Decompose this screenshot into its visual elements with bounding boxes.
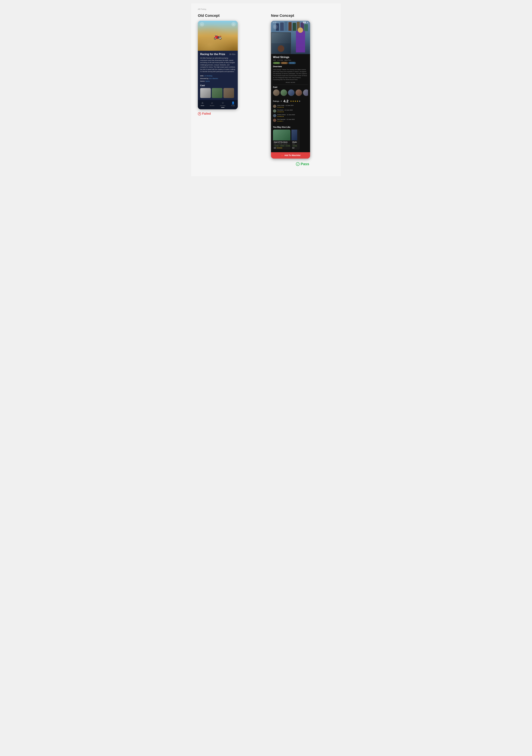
reviewer-info-3: Andrea Zelner · 12 June 2023 ★★★★★ <box>277 114 308 117</box>
also-tag-fiction: FICTION <box>285 145 291 147</box>
old-hero-image: 🏍️ ← ☆ <box>198 21 238 51</box>
back-button[interactable]: ← <box>200 22 204 26</box>
old-concept-heading: Old Concept <box>198 14 261 18</box>
reviewer-stars-4: ★★★★★ <box>277 121 308 122</box>
also-card-content-2: Shado 2024 ACTION 4.2 <box>291 140 297 149</box>
old-bottom-nav: ⌂ Home ⌕ Browse ☆ Favorites 👤 Profil <box>198 100 238 109</box>
reviewer-avatar-2 <box>273 109 276 113</box>
tag-fiction: FICTION <box>289 62 296 64</box>
old-movie-description: Dirt Bike Racing is an adrenaline-pumpin… <box>200 57 236 73</box>
with-value: J.K Brodwig <box>204 75 212 77</box>
movie-actor: Mario Plum <box>285 59 291 61</box>
also-rating-1: 4.2 ★★★★★ <box>274 147 290 149</box>
nav-browse[interactable]: ⌕ Browse <box>210 101 214 108</box>
new-concept-heading: New Concept <box>271 14 334 18</box>
also-card-content-1: Heart Of The Storm 2022 · 1h 42 Min · Av… <box>273 140 291 149</box>
reviewer-avatar-4 <box>273 119 276 122</box>
watchlist-button[interactable]: 🔖 Add To Watchlist <box>271 152 310 159</box>
browse-icon: ⌕ <box>211 101 213 104</box>
reviewer-info-1: Adam Noah · 12 June 2024 ★★★★★ <box>277 105 308 108</box>
review-1: Adam Noah · 12 June 2024 ★★★★★ <box>273 105 308 108</box>
reviewer-name-3: Andrea Zelner · 12 June 2023 <box>277 114 308 116</box>
reviewer-stars-1: ★★★★★ <box>277 106 308 108</box>
favorites-icon: ☆ <box>222 101 224 104</box>
cast-circle-2 <box>280 89 287 96</box>
movie-year: 2020 <box>273 59 276 61</box>
star-3: ★ <box>294 100 296 102</box>
reviewer-avatar-3 <box>273 114 276 117</box>
reviewer-stars-3: ★★★★★ <box>277 116 308 117</box>
movie-duration: 1h 42 Min <box>277 59 283 61</box>
you-may-also-label: You May Also Like <box>273 126 308 128</box>
review-4: Rick Sanchez · 12 June 2023 ★★★★★ <box>273 119 308 122</box>
also-card-img-2 <box>291 130 297 140</box>
genre-tags: ACTION DRAMA FICTION <box>273 62 308 64</box>
cast-thumb-1 <box>200 88 211 98</box>
old-movie-meta: With: J.K Brodwig Directed by: Eric Albe… <box>200 74 236 83</box>
nav-profile[interactable]: 👤 Profile <box>231 101 235 108</box>
reviewer-avatar-1 <box>273 105 276 108</box>
also-tag-action-2: ACTION <box>292 145 297 147</box>
profile-icon: 👤 <box>231 101 235 104</box>
nav-favorites[interactable]: ☆ Favorites <box>220 101 225 108</box>
cast-label: Cast <box>273 86 308 88</box>
cast-circle-3 <box>288 89 294 96</box>
directed-line: Directed by: Eric Albertino <box>200 77 236 80</box>
new-concept-col: New Concept 12:22 ▌▌▌ ▲ <box>271 14 334 166</box>
old-nav-bar: ← ☆ <box>198 22 238 26</box>
directed-value: Eric Albertino <box>209 78 218 79</box>
also-tags-1: ACTION DRAMA FICTION <box>274 145 290 147</box>
reviewer-name-1: Adam Noah · 12 June 2024 <box>277 105 308 106</box>
also-card-1[interactable]: Heart Of The Storm 2022 · 1h 42 Min · Av… <box>273 130 291 149</box>
overview-label: Overview <box>273 66 308 68</box>
also-card-img-1 <box>273 130 291 140</box>
overview-text: "Wind Strings" Follows The Journey Of A … <box>273 69 308 81</box>
browse-label: Browse <box>210 105 214 106</box>
cast-thumb-2 <box>212 88 222 98</box>
new-hero-section: ← <box>271 21 310 54</box>
failed-label: ✕ Failed <box>198 112 261 116</box>
nav-indicator <box>221 107 224 108</box>
rating-score: 4.2 <box>284 99 289 103</box>
old-concept-col: Old Concept 🏍️ ← ☆ Racing for the Prize … <box>198 14 261 116</box>
also-title-2: Shado <box>292 141 296 143</box>
ratings-header: Ratings · 4 4.2 ★ ★ ★ ★ ★ <box>273 99 308 103</box>
star-4: ★ <box>296 100 298 102</box>
also-tag-drama: DRAMA <box>280 145 285 147</box>
overall-stars: ★ ★ ★ ★ ★ <box>290 100 301 102</box>
also-rating-2: 4.2 <box>292 147 296 149</box>
genre-value: Sports <box>206 80 210 82</box>
tag-drama: DRAMA <box>281 62 288 64</box>
new-back-button[interactable]: ← <box>273 24 278 29</box>
favorite-button[interactable]: ☆ <box>231 22 236 26</box>
genre-line: Genre: Sports <box>200 80 236 83</box>
new-cast-row <box>273 89 308 96</box>
read-more-btn[interactable]: READ MORE <box>273 82 308 85</box>
also-tags-2: ACTION <box>292 145 296 147</box>
new-movie-title: Wind Strings <box>273 56 308 59</box>
reviewer-info-2: Paul Bohn · 12 June 2023 ★★★★★ <box>277 109 308 113</box>
cast-circle-4 <box>295 89 302 96</box>
watchlist-label: Add To Watchlist <box>285 154 301 156</box>
also-meta-1: 2022 · 1h 42 Min · Ava Sin <box>274 143 290 145</box>
old-cast-title: Cast <box>200 84 236 87</box>
also-title-1: Heart Of The Storm <box>274 141 290 143</box>
also-card-2[interactable]: Shado 2024 ACTION 4.2 <box>291 130 300 149</box>
cast-circle-1 <box>273 89 280 96</box>
new-movie-info: Wind Strings 2020 1h 42 Min Mario Plum A… <box>271 54 310 96</box>
ratings-title: Ratings · 4 <box>273 100 282 102</box>
cast-thumb-3 <box>223 88 234 98</box>
nav-home[interactable]: ⌂ Home <box>201 101 204 108</box>
new-movie-meta: 2020 1h 42 Min Mario Plum <box>273 59 308 61</box>
pass-icon: ✓ <box>296 162 300 166</box>
status-icons: ▌▌▌ ▲ <box>303 21 308 23</box>
new-status-bar: 12:22 ▌▌▌ ▲ <box>271 21 310 24</box>
old-movie-title: Racing for the Prize <box>200 53 225 56</box>
failed-text: Failed <box>202 112 211 116</box>
also-tag-action: ACTION <box>274 145 279 147</box>
home-icon: ⌂ <box>202 101 203 104</box>
cast-circle-5 <box>303 89 308 96</box>
tag-action: ACTION <box>273 62 280 64</box>
concepts-row: Old Concept 🏍️ ← ☆ Racing for the Prize … <box>198 14 334 166</box>
pass-text: Pass <box>301 162 309 166</box>
